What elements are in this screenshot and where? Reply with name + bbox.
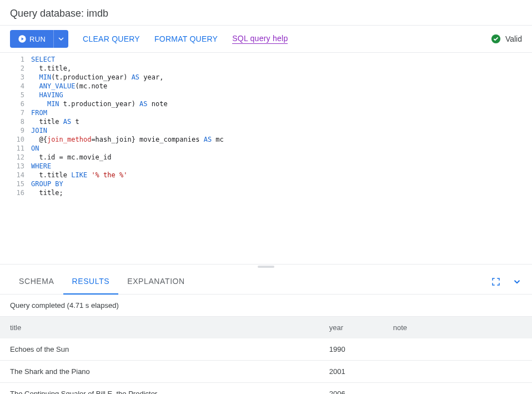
sql-editor[interactable]: 12345678910111213141516 SELECT t.title, … — [0, 53, 532, 265]
cell-year: 2006 — [319, 383, 383, 395]
cell-year: 2001 — [319, 361, 383, 383]
chevron-down-icon — [512, 277, 522, 287]
code-line[interactable]: FROM — [31, 108, 532, 117]
line-number: 2 — [0, 64, 24, 73]
page-title: Query database: imdb — [0, 0, 532, 26]
table-row[interactable]: Echoes of the Sun1990 — [0, 338, 532, 361]
code-line[interactable]: HAVING — [31, 91, 532, 99]
table-row[interactable]: The Continuing Squalor of Bill E. the Pr… — [0, 383, 532, 395]
run-dropdown-button[interactable] — [53, 30, 68, 48]
line-number: 7 — [0, 108, 24, 117]
line-number: 3 — [0, 73, 24, 82]
code-line[interactable]: @{join_method=hash_join} movie_companies… — [31, 135, 532, 144]
column-header-year[interactable]: year — [319, 317, 383, 338]
line-number: 11 — [0, 144, 24, 153]
code-area[interactable]: SELECT t.title, MIN(t.production_year) A… — [31, 53, 532, 264]
cell-title: The Shark and the Piano — [0, 361, 319, 383]
collapse-button[interactable] — [512, 277, 522, 287]
line-number: 9 — [0, 126, 24, 135]
code-line[interactable]: t.title, — [31, 64, 532, 73]
run-button-group: RUN — [10, 30, 68, 48]
code-line[interactable]: t.id = mc.movie_id — [31, 153, 532, 162]
line-number: 14 — [0, 171, 24, 179]
code-line[interactable]: SELECT — [31, 55, 532, 64]
code-line[interactable]: JOIN — [31, 126, 532, 135]
code-line[interactable]: t.title LIKE '% the %' — [31, 171, 532, 179]
code-line[interactable]: GROUP BY — [31, 179, 532, 188]
line-number: 15 — [0, 179, 24, 188]
clear-query-button[interactable]: CLEAR QUERY — [83, 34, 140, 43]
line-number: 8 — [0, 117, 24, 126]
fullscreen-button[interactable] — [491, 277, 501, 287]
code-line[interactable]: title; — [31, 188, 532, 197]
line-number: 13 — [0, 162, 24, 171]
cell-note — [383, 361, 532, 383]
panel-drag-handle[interactable] — [0, 265, 532, 269]
column-header-title[interactable]: title — [0, 317, 319, 338]
line-gutter: 12345678910111213141516 — [0, 53, 31, 264]
fullscreen-icon — [491, 277, 501, 287]
line-number: 4 — [0, 82, 24, 91]
line-number: 10 — [0, 135, 24, 144]
results-tabs: SCHEMARESULTSEXPLANATION — [0, 269, 532, 295]
valid-check-icon — [491, 34, 501, 44]
code-line[interactable]: WHERE — [31, 162, 532, 171]
code-line[interactable]: MIN t.production_year) AS note — [31, 99, 532, 108]
cell-note — [383, 338, 532, 361]
run-label: RUN — [29, 35, 46, 43]
query-toolbar: RUN CLEAR QUERY FORMAT QUERY SQL query h… — [0, 26, 532, 53]
code-line[interactable]: ON — [31, 144, 532, 153]
sql-help-link[interactable]: SQL query help — [232, 34, 288, 44]
tab-explanation[interactable]: EXPLANATION — [118, 269, 194, 294]
code-line[interactable]: MIN(t.production_year) AS year, — [31, 73, 532, 82]
column-header-note[interactable]: note — [383, 317, 532, 338]
cell-title: The Continuing Squalor of Bill E. the Pr… — [0, 383, 319, 395]
caret-down-icon — [58, 36, 64, 42]
play-icon — [18, 34, 27, 43]
format-query-button[interactable]: FORMAT QUERY — [154, 34, 218, 43]
valid-label: Valid — [505, 34, 522, 43]
line-number: 1 — [0, 55, 24, 64]
line-number: 12 — [0, 153, 24, 162]
cell-year: 1990 — [319, 338, 383, 361]
code-line[interactable]: ANY_VALUE(mc.note — [31, 82, 532, 91]
cell-title: Echoes of the Sun — [0, 338, 319, 361]
run-button[interactable]: RUN — [10, 30, 53, 48]
line-number: 16 — [0, 188, 24, 197]
table-row[interactable]: The Shark and the Piano2001 — [0, 361, 532, 383]
line-number: 6 — [0, 99, 24, 108]
cell-note — [383, 383, 532, 395]
line-number: 5 — [0, 91, 24, 99]
code-line[interactable]: title AS t — [31, 117, 532, 126]
query-status: Query completed (4.71 s elapsed) — [0, 295, 532, 317]
tab-schema[interactable]: SCHEMA — [10, 269, 63, 294]
results-table: titleyearnote Echoes of the Sun1990The S… — [0, 317, 532, 394]
tab-results[interactable]: RESULTS — [63, 269, 119, 295]
